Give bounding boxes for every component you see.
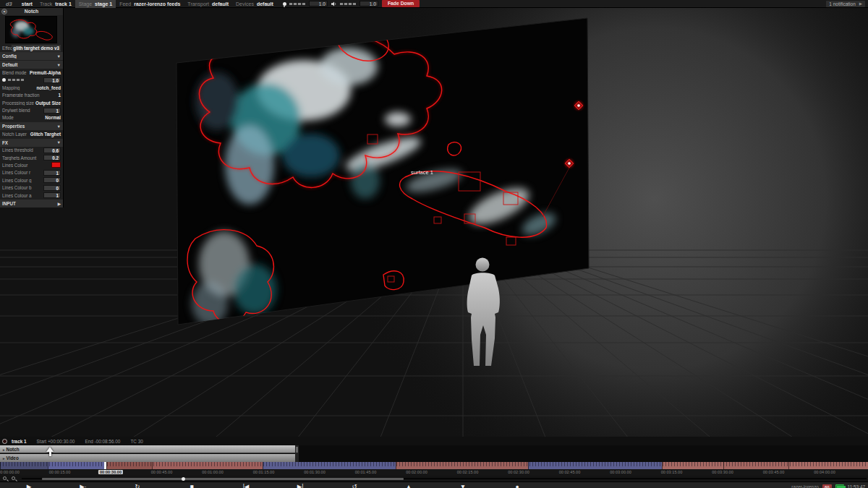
ruler-tick-label[interactable]: 00:03:00.00 [610, 470, 631, 474]
timeline-zoom-handle[interactable] [182, 477, 185, 481]
play-button[interactable]: ▶ [27, 482, 32, 488]
ruler-tick-label[interactable]: 00:00:30.00 [98, 470, 123, 474]
menu-start[interactable]: start [18, 0, 36, 8]
property-value-box[interactable]: 1 [43, 108, 61, 114]
property-value-box[interactable]: 0 [43, 185, 61, 191]
ruler-tick-label[interactable]: 00:00:00.00 [0, 470, 20, 474]
property-value[interactable]: Normal [45, 115, 61, 120]
next-section-button[interactable]: ▶| [297, 482, 304, 488]
section-expand-icon[interactable]: ▼ [57, 140, 61, 145]
ruler-tick-label[interactable]: 00:02:30.00 [508, 470, 529, 474]
ruler-tick-label[interactable]: 00:01:00.00 [202, 470, 224, 474]
record-button[interactable]: ● [515, 482, 519, 488]
section-expand-icon[interactable]: ▼ [57, 124, 61, 129]
property-value-box[interactable]: 0.2 [43, 155, 61, 160]
ruler-tick-label[interactable]: 00:03:15.00 [661, 470, 683, 474]
timeline-ruler[interactable]: 00:00:00.0000:00:15.0000:00:30.0000:00:4… [0, 469, 868, 476]
zoom-in-icon[interactable] [12, 476, 15, 480]
property-row-lines-colour[interactable]: Lines Colour [0, 161, 63, 168]
edge-marker-top[interactable] [572, 99, 585, 112]
menu-transport[interactable]: Transportdefault [184, 0, 232, 8]
playhead-cursor[interactable] [46, 447, 54, 452]
property-row-dry-wet-blend[interactable]: Dry/wet blend1 [0, 106, 63, 114]
menu-feed[interactable]: Feedrazer-lorenzo feeds [116, 0, 184, 8]
property-row-lines-colour-r[interactable]: Lines Colour r1 [0, 169, 63, 176]
close-icon[interactable]: × [1, 9, 7, 14]
section-header-properties[interactable]: Properties▼ [0, 122, 63, 130]
track-record-icon[interactable] [2, 439, 7, 444]
property-value-box[interactable]: 1.0 [43, 77, 61, 83]
ruler-tick-label[interactable]: 00:00:45.00 [151, 470, 173, 474]
property-row-blend-mode[interactable]: Blend modePremult-Alpha [0, 69, 63, 76]
ruler-tick-label[interactable]: 00:02:15.00 [457, 470, 479, 474]
slider-knob-icon[interactable] [2, 78, 6, 82]
property-row-framerate-fraction[interactable]: Framerate fraction1 [0, 92, 63, 99]
stop-button[interactable]: ■ [190, 482, 193, 488]
property-row-targhets-amount[interactable]: Targhets Amount0.2 [0, 154, 63, 161]
ruler-tick-label[interactable]: 00:03:45.00 [763, 470, 785, 474]
layer-expander-icon[interactable]: ▸ [3, 448, 5, 452]
effect-row[interactable]: Effect glith targhet demo v3 [0, 44, 63, 51]
volume-slider[interactable] [340, 3, 356, 5]
effect-value[interactable]: glith targhet demo v3 [12, 45, 61, 51]
notification-button[interactable]: 1 notification ▶ [826, 1, 865, 7]
edge-marker-bottom[interactable] [563, 157, 576, 170]
down-button[interactable]: ▼ [460, 482, 466, 488]
brightness-slider[interactable] [289, 3, 305, 5]
timeline-scroll-thumb[interactable] [42, 478, 404, 480]
zoom-out-icon[interactable] [3, 476, 7, 480]
prev-section-button[interactable]: |◀ [243, 482, 250, 488]
section-header-fx[interactable]: FX▼ [0, 139, 63, 147]
property-value-box[interactable]: 1 [43, 170, 61, 176]
ruler-tick-label[interactable]: 00:04:00.00 [814, 470, 835, 474]
layer-expander-icon[interactable]: ▸ [3, 456, 5, 461]
layer-bar-notch[interactable]: ▸Notch [0, 445, 295, 453]
ruler-tick-label[interactable]: 00:02:00.00 [406, 470, 427, 474]
section-header-config[interactable]: Config▼ [0, 52, 63, 60]
menu-stage[interactable]: Stagestage 1 [75, 0, 116, 8]
menu-track[interactable]: Tracktrack 1 [36, 0, 75, 8]
section-expand-icon[interactable]: ▼ [57, 63, 61, 67]
property-value[interactable]: 1 [58, 93, 61, 98]
property-value[interactable]: Premult-Alpha [30, 70, 61, 75]
brightness-value[interactable]: 1.0 [309, 1, 328, 7]
layers-scrollbar[interactable] [295, 445, 299, 462]
loop-play-button[interactable]: ↻ [135, 482, 140, 488]
ruler-tick-label[interactable]: 00:03:30.00 [712, 470, 733, 474]
timeline-track-name[interactable]: track 1 [12, 439, 27, 444]
ruler-tick-label[interactable]: 00:01:15.00 [253, 470, 275, 474]
play-section-button[interactable]: ▶· [80, 482, 86, 488]
section-expand-icon[interactable]: ▼ [57, 54, 61, 59]
property-row-lines-threshold[interactable]: Lines threshold0.6 [0, 147, 63, 154]
stage-3d-viewport[interactable]: surface 1 [0, 8, 868, 437]
property-row-mode[interactable]: ModeNormal [0, 114, 63, 121]
volume-value[interactable]: 1.0 [359, 1, 378, 7]
return-to-start-button[interactable]: ↺ [352, 482, 357, 488]
section-header-input[interactable]: INPUT▶ [0, 200, 63, 207]
timeline-section-band[interactable] [0, 462, 868, 469]
property-row-processing-size[interactable]: Processing sizeOutput Size [0, 99, 63, 106]
ruler-tick-label[interactable]: 00:01:30.00 [304, 470, 326, 474]
ruler-tick-label[interactable]: 00:00:15.00 [49, 470, 71, 474]
property-row-slider[interactable]: 1.0 [0, 77, 63, 84]
property-value[interactable]: Glitch Targhet [30, 132, 61, 137]
property-row-lines-colour-g[interactable]: Lines Colour g0 [0, 176, 63, 184]
property-value-box[interactable]: 0 [43, 177, 61, 183]
colour-swatch[interactable] [51, 162, 61, 168]
property-row-mapping[interactable]: Mappingnotch_feed [0, 84, 63, 91]
section-expand-icon[interactable]: ▶ [58, 202, 61, 206]
effect-preview-thumbnail[interactable] [5, 16, 57, 43]
fade-down-button[interactable]: Fade Down [382, 0, 420, 7]
property-row-lines-colour-b[interactable]: Lines Colour b0 [0, 184, 63, 191]
property-row-notch-layer[interactable]: Notch LayerGlitch Targhet [0, 130, 63, 137]
editor-title-bar[interactable]: × Notch [0, 7, 63, 15]
property-value-box[interactable]: 1 [43, 192, 61, 198]
ruler-tick-label[interactable]: 00:01:45.00 [355, 470, 377, 474]
property-slider[interactable] [8, 79, 24, 81]
section-header-default[interactable]: Default▼ [0, 61, 63, 69]
property-row-lines-colour-a[interactable]: Lines Colour a1 [0, 192, 63, 199]
property-value-box[interactable]: 0.6 [43, 147, 61, 153]
property-value[interactable]: notch_feed [36, 85, 61, 90]
menu-devices[interactable]: Devicesdefault [232, 0, 277, 8]
property-value[interactable]: Output Size [35, 100, 61, 106]
